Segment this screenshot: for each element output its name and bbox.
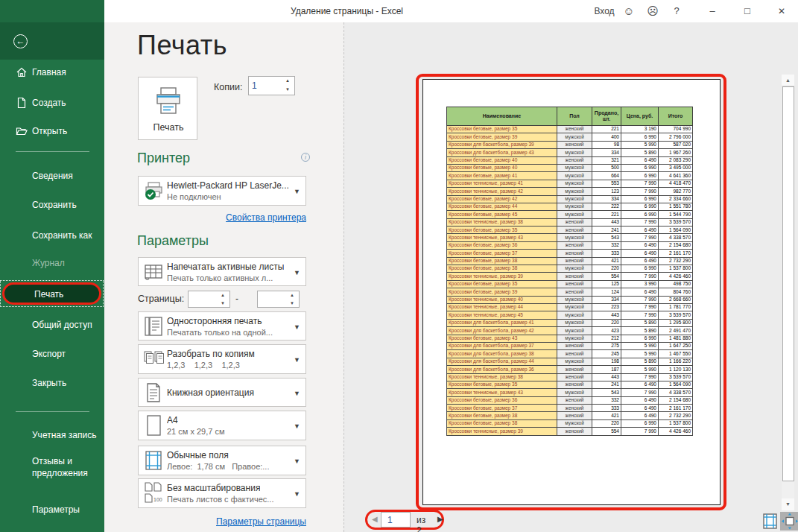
- sidebar-item-print-active[interactable]: Печать: [2, 282, 101, 305]
- table-row: Кроссовки теннисные, размер 38женский443…: [447, 218, 693, 226]
- printer-selector-dropdown[interactable]: Hewlett-Packard HP LaserJe... Не подключ…: [138, 176, 306, 206]
- table-row: Кроссовки теннисные, размер 43мужской543…: [447, 389, 693, 396]
- table-cell: Кроссовки беговые, размер 42: [447, 195, 557, 203]
- pages-to-input[interactable]: [261, 291, 290, 307]
- show-margins-button[interactable]: [763, 513, 777, 529]
- copies-up-arrow[interactable]: ▲: [282, 77, 293, 86]
- table-cell: Кроссовки беговые, размер 35: [447, 381, 557, 388]
- backstage-sidebar: ← Главная Создать Открыть Сведения Сохра…: [0, 22, 104, 532]
- table-row: Кроссовки для баскетбола, размер 42мужск…: [447, 327, 693, 335]
- table-cell: женский: [557, 141, 592, 148]
- help-button[interactable]: ?: [668, 0, 685, 22]
- pages-to-spinner[interactable]: ▲▼: [257, 291, 300, 308]
- table-cell: мужской: [557, 203, 592, 210]
- table-row: Кроссовки беговые, размер 39женский1246 …: [447, 288, 693, 296]
- pages-to-up-arrow[interactable]: ▲: [287, 291, 297, 300]
- new-document-icon: [16, 97, 28, 109]
- table-cell: мужской: [557, 172, 592, 180]
- table-cell: мужской: [557, 149, 592, 156]
- sign-in-button[interactable]: Вход: [591, 0, 618, 22]
- table-cell: Кроссовки беговые, размер 35: [447, 227, 557, 234]
- page-count-label: из 2: [417, 515, 425, 532]
- pages-label: Страницы:: [138, 294, 184, 304]
- table-cell: 6 490: [621, 241, 659, 249]
- info-icon[interactable]: i: [301, 153, 310, 162]
- print-settings-panel: Печать Печать Копии: ▲▼ Принтер i Hewlet…: [104, 22, 343, 532]
- printer-properties-link[interactable]: Свойства принтера: [226, 212, 306, 223]
- print-button[interactable]: Печать: [138, 77, 197, 140]
- copies-spinner[interactable]: ▲▼: [248, 76, 295, 95]
- table-cell: 6 490: [621, 412, 659, 419]
- table-cell: 7 990: [621, 234, 659, 241]
- pages-from-spinner[interactable]: ▲▼: [188, 291, 230, 308]
- table-cell: женский: [557, 280, 592, 288]
- table-row: Кроссовки беговые, размер 35женский2213 …: [447, 126, 693, 133]
- pages-from-down-arrow[interactable]: ▼: [218, 300, 228, 308]
- table-cell: 4 338 570: [659, 389, 693, 396]
- table-cell: 6 490: [621, 227, 659, 234]
- table-row: Кроссовки теннисные, размер 42мужской123…: [447, 188, 693, 195]
- table-cell: 4 418 470: [659, 180, 693, 187]
- pagenav-annotation-red-frame: ◀ из 2 ▶: [365, 510, 444, 530]
- scrollbar-thumb[interactable]: [782, 86, 794, 481]
- pages-to-down-arrow[interactable]: ▼: [287, 300, 297, 308]
- copies-input[interactable]: [252, 77, 284, 95]
- table-cell: Кроссовки беговые, размер 38: [447, 412, 557, 419]
- table-cell: Кроссовки для баскетбола, размер 43: [447, 149, 557, 156]
- print-what-dropdown[interactable]: Напечатать активные листы Печать только …: [138, 257, 306, 286]
- table-cell: 275: [592, 342, 621, 349]
- table-cell: женский: [557, 428, 592, 435]
- next-page-arrow-icon[interactable]: ▶: [437, 515, 443, 523]
- table-cell: 2 668 660: [659, 296, 693, 303]
- previous-page-arrow-icon[interactable]: ◀: [372, 515, 378, 523]
- table-cell: 587 020: [659, 141, 693, 148]
- preview-scrollbar[interactable]: ▲ ▼: [782, 75, 794, 510]
- current-page-input[interactable]: [381, 512, 411, 528]
- table-cell: 2 491 470: [659, 327, 693, 335]
- table-cell: 553: [592, 180, 621, 187]
- table-cell: 982 770: [659, 188, 693, 195]
- zoom-to-page-button[interactable]: [780, 512, 798, 531]
- table-cell: 1 537 800: [659, 265, 693, 273]
- chevron-down-icon: ▼: [294, 457, 300, 465]
- minimize-button[interactable]: –: [700, 0, 724, 22]
- orientation-dropdown[interactable]: Книжная ориентация ▼: [138, 378, 306, 407]
- table-cell: 1 166 220: [659, 358, 693, 365]
- table-row: Кроссовки беговые, размер 38мужской2206 …: [447, 419, 693, 427]
- scrollbar-up-arrow[interactable]: ▲: [782, 75, 794, 86]
- duplex-dropdown[interactable]: Односторонняя печать Печатать только на …: [138, 311, 306, 341]
- maximize-button[interactable]: □: [735, 0, 759, 22]
- table-row: Кроссовки беговые, размер 42мужской3346 …: [447, 195, 693, 203]
- table-row: Кроссовки теннисные, размер 43мужской543…: [447, 234, 693, 241]
- table-cell: Кроссовки беговые, размер 40: [447, 156, 557, 164]
- scaling-dropdown[interactable]: 100 Без масштабирования Печать листов с …: [138, 478, 306, 508]
- table-cell: Кроссовки теннисные, размер 38: [447, 218, 557, 226]
- table-cell: 543: [592, 234, 621, 241]
- pages-from-up-arrow[interactable]: ▲: [218, 291, 228, 300]
- chevron-down-icon: ▼: [294, 490, 300, 498]
- table-cell: 443: [592, 311, 621, 319]
- table-cell: Кроссовки для баскетбола, размер 41: [447, 319, 557, 326]
- collate-dropdown[interactable]: Разобрать по копиям 1,2,3 1,2,3 1,2,3 ▼: [138, 344, 306, 374]
- back-arrow-button[interactable]: ←: [13, 34, 28, 48]
- table-cell: Кроссовки беговые, размер 39: [447, 133, 557, 141]
- smiley-face-icon[interactable]: ☺: [618, 0, 639, 22]
- frowny-face-icon[interactable]: ☹: [642, 0, 663, 22]
- table-cell: мужской: [557, 296, 592, 303]
- page-setup-link[interactable]: Параметры страницы: [216, 516, 306, 527]
- paper-size-dropdown[interactable]: A4 21 см x 29,7 см ▼: [138, 411, 306, 440]
- pages-from-input[interactable]: [191, 291, 221, 307]
- table-cell: 6 490: [621, 396, 659, 404]
- table-cell: 223: [592, 303, 621, 311]
- table-cell: 7 990: [621, 389, 659, 396]
- table-cell: женский: [557, 273, 592, 280]
- table-cell: 6 490: [621, 288, 659, 296]
- margins-dropdown[interactable]: Обычные поля Левое: 1,78 см Правое:... ▼: [138, 446, 306, 475]
- table-cell: 2 732 290: [659, 412, 693, 419]
- scrollbar-down-arrow[interactable]: ▼: [782, 498, 794, 510]
- copies-down-arrow[interactable]: ▼: [282, 86, 293, 95]
- close-button[interactable]: ✕: [770, 0, 794, 22]
- printer-name: Hewlett-Packard HP LaserJe...: [167, 180, 289, 191]
- option-main-label: A4: [167, 415, 178, 425]
- table-cell: женский: [557, 350, 592, 358]
